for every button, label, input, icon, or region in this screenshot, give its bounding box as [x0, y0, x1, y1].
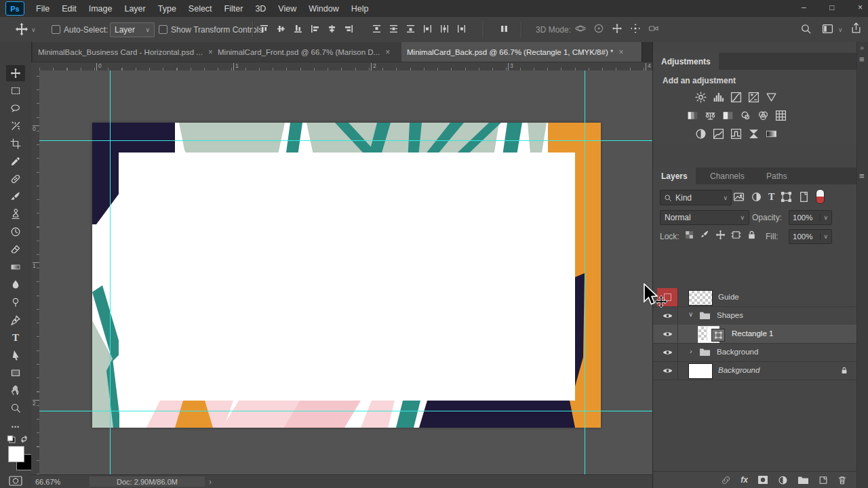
3d-roll-icon[interactable] — [593, 23, 604, 34]
menu-type[interactable]: Type — [152, 4, 182, 14]
tool-path-selection[interactable] — [6, 347, 25, 363]
tool-eyedropper[interactable] — [6, 153, 25, 169]
maximize-button[interactable]: □ — [829, 3, 834, 12]
tab-adjustments[interactable]: Adjustments — [653, 53, 719, 70]
color-balance-icon[interactable] — [705, 110, 716, 121]
smart-object-filter-icon[interactable] — [798, 191, 810, 203]
3d-pan-icon[interactable] — [612, 23, 623, 34]
lock-paint-icon[interactable] — [700, 230, 710, 240]
tool-preset-chevron-icon[interactable]: ∨ — [31, 26, 36, 33]
brightness-contrast-icon[interactable] — [695, 92, 707, 103]
hue-saturation-icon[interactable] — [687, 110, 698, 121]
menu-window[interactable]: Window — [302, 4, 344, 14]
shape-layer-filter-icon[interactable] — [781, 191, 792, 203]
default-colors-icon[interactable] — [7, 435, 16, 443]
horizontal-guide-top[interactable] — [39, 140, 652, 141]
gradient-map-icon[interactable] — [766, 128, 777, 140]
show-transform-checkbox[interactable] — [159, 25, 167, 34]
workspace-switcher-icon[interactable] — [822, 23, 833, 35]
tab-document-3-active[interactable]: MinimalCard_Back.psd @ 66.7% (Rectangle … — [401, 42, 642, 62]
tool-zoom[interactable] — [6, 400, 25, 416]
distribute-right-edges-icon[interactable] — [456, 24, 467, 34]
tool-blur[interactable] — [6, 277, 25, 293]
fill-value[interactable]: 100%∨ — [789, 229, 832, 244]
minimize-button[interactable]: – — [802, 3, 806, 12]
canvas-viewport[interactable] — [39, 70, 652, 474]
align-horizontal-centers-icon[interactable] — [327, 24, 337, 34]
tool-rectangle[interactable] — [6, 365, 25, 381]
visibility-well-hidden[interactable] — [657, 288, 678, 306]
layer-style-fx-icon[interactable]: fx — [741, 475, 748, 485]
close-tab-icon[interactable]: × — [385, 47, 390, 57]
layer-thumbnail[interactable] — [688, 290, 713, 306]
group-expanded-chevron-icon[interactable]: ∨ — [688, 310, 693, 318]
layer-filtering-toggle[interactable] — [816, 189, 825, 204]
distribute-bottom-edges-icon[interactable] — [406, 24, 416, 34]
tool-brush[interactable] — [6, 188, 25, 205]
status-chevron-icon[interactable]: › — [209, 477, 212, 487]
align-top-edges-icon[interactable] — [259, 24, 269, 34]
dock-collapse-icon[interactable]: » — [860, 43, 864, 52]
menu-filter[interactable]: Filter — [218, 4, 250, 14]
zoom-level-field[interactable]: 66.67% — [35, 478, 60, 486]
menu-help[interactable]: Help — [345, 4, 375, 14]
layer-row-guide[interactable]: Guide — [653, 288, 856, 307]
lock-move-icon[interactable] — [715, 230, 726, 240]
tool-history-brush[interactable] — [6, 224, 25, 240]
channel-mixer-icon[interactable] — [757, 110, 769, 121]
photo-filter-icon[interactable] — [740, 110, 751, 121]
distribute-top-edges-icon[interactable] — [372, 24, 382, 34]
threshold-icon[interactable] — [730, 128, 742, 140]
tool-gradient[interactable] — [6, 259, 25, 275]
menu-view[interactable]: View — [272, 4, 302, 14]
new-layer-icon[interactable] — [818, 475, 828, 485]
black-and-white-icon[interactable] — [722, 110, 734, 121]
3d-orbit-icon[interactable] — [575, 23, 586, 34]
vector-mask-badge[interactable] — [711, 329, 725, 342]
blend-mode-dropdown[interactable]: Normal∨ — [660, 210, 749, 225]
align-left-edges-icon[interactable] — [310, 24, 320, 34]
visibility-well[interactable] — [657, 343, 678, 361]
current-tool-icon[interactable] — [15, 22, 28, 36]
quick-mask-icon[interactable] — [9, 476, 22, 486]
delete-layer-icon[interactable] — [837, 475, 847, 485]
adjustment-layer-filter-icon[interactable] — [751, 191, 762, 203]
vertical-guide-right[interactable] — [585, 70, 585, 474]
tool-rectangular-marquee[interactable] — [6, 83, 25, 99]
layer-name[interactable]: Guide — [718, 293, 739, 301]
layer-row-shapes-group[interactable]: ∨ Shapes — [653, 306, 856, 325]
layer-name[interactable]: Shapes — [717, 311, 743, 319]
3d-slide-icon[interactable] — [630, 23, 641, 34]
3d-camera-icon[interactable] — [648, 23, 659, 34]
visibility-well[interactable] — [657, 306, 678, 325]
layer-name[interactable]: Background — [718, 366, 760, 374]
menu-select[interactable]: Select — [182, 4, 218, 14]
tab-document-1[interactable]: MinimalBack_Business Card - Horizontal.p… — [33, 42, 223, 62]
tool-type[interactable]: T — [6, 329, 25, 346]
distribute-horizontal-centers-icon[interactable] — [439, 24, 450, 34]
close-tab-icon[interactable]: × — [618, 47, 623, 57]
align-vertical-centers-icon[interactable] — [276, 24, 286, 34]
menu-3d[interactable]: 3D — [249, 4, 272, 14]
workspace-chevron-icon[interactable]: ∨ — [838, 26, 843, 33]
color-lookup-icon[interactable] — [775, 110, 787, 121]
pixel-layer-filter-icon[interactable] — [733, 191, 745, 203]
auto-select-dropdown[interactable]: Layer∨ — [110, 22, 155, 37]
add-layer-mask-icon[interactable] — [757, 475, 768, 485]
edit-toolbar-button[interactable]: ••• — [6, 419, 25, 435]
tab-channels[interactable]: Channels — [702, 167, 753, 184]
horizontal-guide-bottom[interactable] — [39, 411, 652, 411]
vibrance-icon[interactable] — [766, 92, 777, 103]
vertical-guide-left[interactable] — [110, 70, 111, 474]
document-canvas[interactable] — [92, 123, 601, 428]
link-layers-icon[interactable] — [721, 475, 731, 485]
menu-image[interactable]: Image — [83, 4, 119, 14]
tool-magic-wand[interactable] — [6, 118, 25, 134]
tab-document-2[interactable]: MinimalCard_Front.psd @ 66.7% (Marison D… — [212, 42, 412, 62]
visibility-well[interactable] — [657, 361, 678, 380]
type-layer-filter-icon[interactable]: T — [768, 192, 774, 203]
levels-icon[interactable] — [713, 92, 724, 103]
exposure-icon[interactable] — [748, 92, 760, 103]
align-bottom-edges-icon[interactable] — [293, 24, 303, 34]
selective-color-icon[interactable] — [748, 128, 760, 140]
